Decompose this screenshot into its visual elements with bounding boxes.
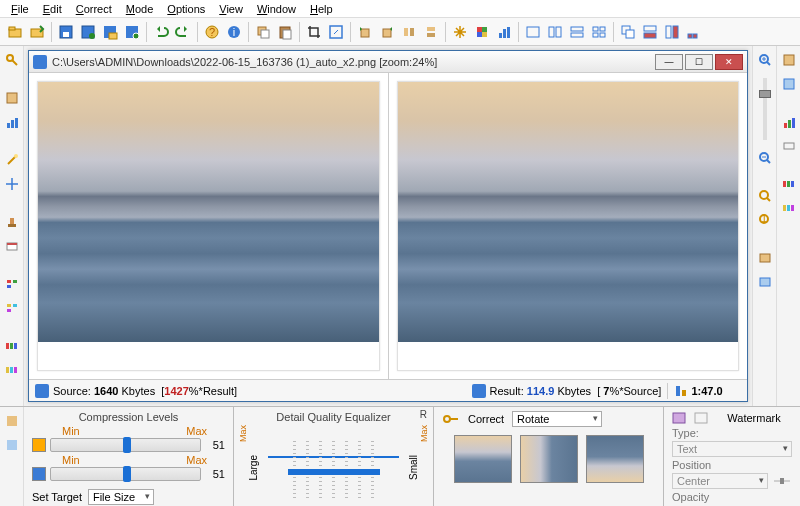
tool-group1-icon[interactable] [2, 274, 22, 294]
wm-pos-label: Position [672, 459, 711, 471]
menu-correct[interactable]: Correct [69, 2, 119, 16]
svg-rect-57 [10, 218, 14, 224]
menu-mode[interactable]: Mode [119, 2, 161, 16]
zoom-100-icon[interactable]: 1 [755, 210, 775, 230]
source-label: Source: [53, 385, 91, 397]
rtool-3-icon[interactable] [779, 112, 799, 132]
watermark-icon1[interactable] [672, 411, 688, 425]
view-single-icon[interactable] [755, 248, 775, 268]
menu-window[interactable]: Window [250, 2, 303, 16]
view-dual-icon[interactable] [755, 272, 775, 292]
save-mail-button[interactable] [99, 21, 121, 43]
save-as-button[interactable] [77, 21, 99, 43]
svg-rect-44 [644, 26, 656, 31]
pan-button[interactable] [449, 21, 471, 43]
max-label: Max [186, 425, 207, 437]
rtool-2-icon[interactable] [779, 74, 799, 94]
view2-button[interactable] [544, 21, 566, 43]
paste-button[interactable] [274, 21, 296, 43]
bl-2-icon[interactable] [2, 435, 22, 455]
menu-view[interactable]: View [212, 2, 250, 16]
key-icon[interactable] [2, 50, 22, 70]
zoom-out-icon[interactable] [755, 148, 775, 168]
levels-button[interactable] [493, 21, 515, 43]
eq-band-4[interactable] [332, 441, 335, 501]
compression-slider-1[interactable] [50, 438, 201, 452]
undo-button[interactable] [150, 21, 172, 43]
view4-button[interactable] [588, 21, 610, 43]
source-image[interactable] [37, 81, 380, 371]
minimize-button[interactable]: — [655, 54, 683, 70]
target-combo[interactable]: File Size [88, 489, 154, 505]
tool-stamp-icon[interactable] [2, 212, 22, 232]
flip-v-button[interactable] [420, 21, 442, 43]
copy-button[interactable] [252, 21, 274, 43]
close-button[interactable]: ✕ [715, 54, 743, 70]
help-button[interactable]: ? [201, 21, 223, 43]
svg-rect-31 [503, 29, 506, 38]
info-button[interactable]: i [223, 21, 245, 43]
tool-card-icon[interactable] [2, 236, 22, 256]
save-button[interactable] [55, 21, 77, 43]
zoom-fit-icon[interactable] [755, 186, 775, 206]
color-button[interactable] [471, 21, 493, 43]
wm-pos-combo[interactable]: Center [672, 473, 768, 489]
menu-file[interactable]: File [4, 2, 36, 16]
rotate-90-thumb[interactable] [520, 435, 578, 483]
svg-rect-80 [760, 278, 770, 286]
watermark-icon2[interactable] [694, 411, 710, 425]
tool-palette1-icon[interactable] [2, 336, 22, 356]
tool-group2-icon[interactable] [2, 298, 22, 318]
wm-type-combo[interactable]: Text [672, 441, 792, 457]
rtool-5-icon[interactable] [779, 174, 799, 194]
svg-rect-51 [7, 93, 17, 103]
result-image[interactable] [397, 81, 740, 371]
tile-h-button[interactable] [639, 21, 661, 43]
zoom-in-icon[interactable] [755, 50, 775, 70]
bl-1-icon[interactable] [2, 411, 22, 431]
rotate-left-button[interactable] [354, 21, 376, 43]
view3-button[interactable] [566, 21, 588, 43]
rotate-0-thumb[interactable] [454, 435, 512, 483]
result-label: Result: [490, 385, 524, 397]
eq-band-6[interactable] [358, 441, 361, 501]
tool-levels-icon[interactable] [2, 112, 22, 132]
save-web-button[interactable] [121, 21, 143, 43]
ratio-value: 1:47.0 [691, 385, 722, 397]
eq-band-7[interactable] [371, 441, 374, 501]
eq-band-3[interactable] [319, 441, 322, 501]
eq-band-1[interactable] [293, 441, 296, 501]
tool-move-icon[interactable] [2, 174, 22, 194]
tool-palette2-icon[interactable] [2, 360, 22, 380]
open2-button[interactable] [26, 21, 48, 43]
maximize-button[interactable]: ☐ [685, 54, 713, 70]
view1-button[interactable] [522, 21, 544, 43]
rtool-4-icon[interactable] [779, 136, 799, 156]
flip-h-button[interactable] [398, 21, 420, 43]
compression-slider-2[interactable] [50, 467, 201, 481]
rotate-180-thumb[interactable] [586, 435, 644, 483]
crop-button[interactable] [303, 21, 325, 43]
svg-rect-40 [593, 33, 598, 37]
menu-help[interactable]: Help [303, 2, 340, 16]
eq-band-5[interactable] [345, 441, 348, 501]
redo-button[interactable] [172, 21, 194, 43]
slider1-value: 51 [205, 439, 225, 451]
eq-band-2[interactable] [306, 441, 309, 501]
rotate-right-button[interactable] [376, 21, 398, 43]
arrange-button[interactable] [683, 21, 705, 43]
opacity-slider-mini[interactable] [772, 475, 792, 487]
rtool-6-icon[interactable] [779, 198, 799, 218]
rtool-1-icon[interactable] [779, 50, 799, 70]
svg-rect-47 [673, 26, 678, 38]
tool-compress-icon[interactable] [2, 88, 22, 108]
menu-edit[interactable]: Edit [36, 2, 69, 16]
tool-wand-icon[interactable] [2, 150, 22, 170]
cascade-button[interactable] [617, 21, 639, 43]
resize-button[interactable] [325, 21, 347, 43]
svg-rect-93 [7, 416, 17, 426]
tile-v-button[interactable] [661, 21, 683, 43]
open-button[interactable] [4, 21, 26, 43]
menu-options[interactable]: Options [160, 2, 212, 16]
correct-combo[interactable]: Rotate [512, 411, 602, 427]
